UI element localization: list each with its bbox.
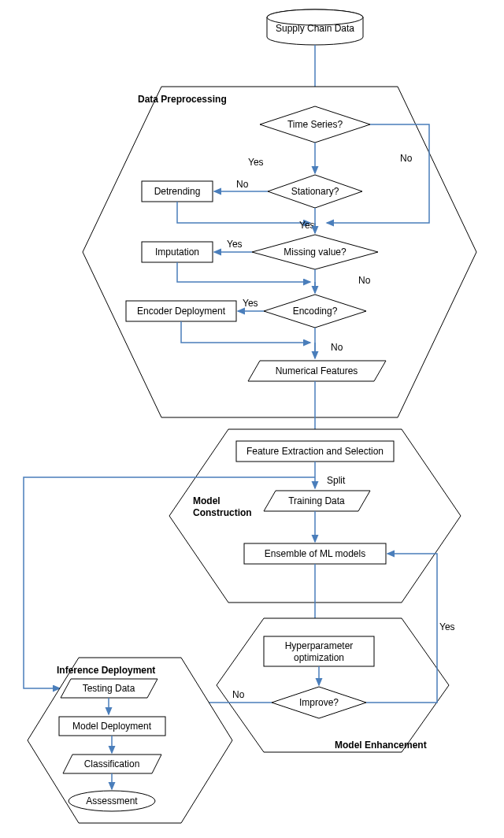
svg-text:Missing value?: Missing value? <box>284 247 346 258</box>
split-label: Split <box>327 475 346 486</box>
terminator-assessment: Assessment <box>69 791 155 811</box>
svg-text:Encoding?: Encoding? <box>293 306 338 317</box>
d3-no-label: No <box>358 275 371 286</box>
process-encoder-deployment: Encoder Deployment <box>126 301 236 321</box>
svg-text:Hyperparameter: Hyperparameter <box>285 640 354 651</box>
d4-no-label: No <box>331 342 343 353</box>
stage2-title-l2: Construction <box>193 507 252 518</box>
stage1-title: Data Preprocessing <box>138 94 227 105</box>
stage4-title: Inference Deployment <box>57 665 155 676</box>
d1-no-label: No <box>400 153 413 164</box>
svg-text:Encoder Deployment: Encoder Deployment <box>137 306 226 317</box>
process-hyperparameter-optimization: Hyperparameter optimization <box>264 636 374 666</box>
svg-text:Imputation: Imputation <box>155 247 199 258</box>
svg-text:Feature Extraction and Selecti: Feature Extraction and Selection <box>246 446 384 457</box>
stage2-title-l1: Model <box>193 495 220 506</box>
data-training-data: Training Data <box>264 491 370 511</box>
d2-no-label: No <box>236 179 249 190</box>
data-numerical-features: Numerical Features <box>248 361 386 381</box>
data-classification: Classification <box>63 755 161 773</box>
process-imputation: Imputation <box>142 242 213 262</box>
svg-text:Assessment: Assessment <box>86 795 138 806</box>
stage3-title: Model Enhancement <box>335 740 427 751</box>
svg-text:Improve?: Improve? <box>299 697 339 708</box>
svg-text:Ensemble of ML models: Ensemble of ML models <box>265 548 365 559</box>
svg-text:optimization: optimization <box>294 652 344 663</box>
svg-text:Detrending: Detrending <box>154 186 201 197</box>
svg-text:Classification: Classification <box>84 758 140 769</box>
d3-yes-label: Yes <box>227 239 243 250</box>
process-model-deployment: Model Deployment <box>59 717 165 736</box>
svg-text:Testing Data: Testing Data <box>83 683 135 694</box>
svg-text:Time Series?: Time Series? <box>287 119 343 130</box>
process-detrending: Detrending <box>142 181 213 202</box>
d2-yes-label: Yes <box>299 220 315 231</box>
d4-yes-label: Yes <box>243 298 258 309</box>
data-testing-data: Testing Data <box>61 679 158 698</box>
d1-yes-label: Yes <box>248 157 264 168</box>
improve-yes-label: Yes <box>439 621 455 632</box>
svg-text:Model Deployment: Model Deployment <box>72 721 152 732</box>
svg-text:Training Data: Training Data <box>288 495 345 506</box>
start-supply-chain-data: Supply Chain Data <box>267 9 363 45</box>
svg-text:Numerical Features: Numerical Features <box>276 365 358 376</box>
start-label: Supply Chain Data <box>276 23 354 34</box>
improve-no-label: No <box>232 689 245 700</box>
process-ensemble: Ensemble of ML models <box>244 543 386 564</box>
svg-text:Stationary?: Stationary? <box>291 186 339 197</box>
process-feature-extraction: Feature Extraction and Selection <box>236 441 394 462</box>
